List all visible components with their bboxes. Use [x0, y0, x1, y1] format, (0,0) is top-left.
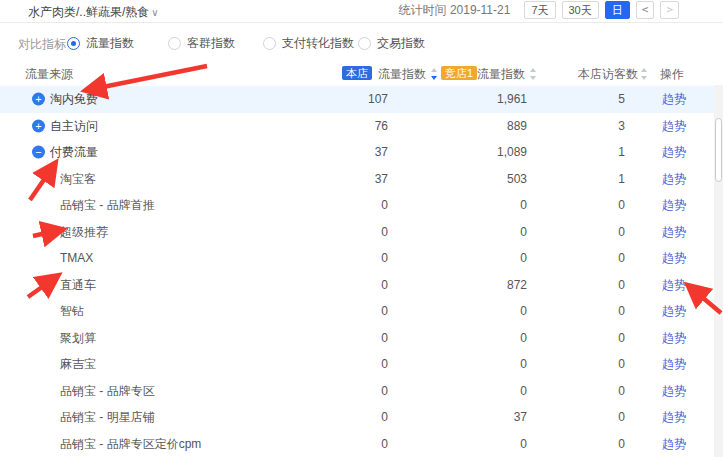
radio-label: 支付转化指数: [282, 35, 354, 52]
shop-index-value: 0: [288, 198, 388, 212]
trend-link[interactable]: 趋势: [662, 171, 686, 185]
radio-trade-index[interactable]: 交易指数: [358, 35, 425, 52]
shop-index-value: 76: [288, 119, 388, 133]
shop-index-value: 0: [288, 331, 388, 345]
table-header: 流量来源 本店 流量指数 竞店1 流量指数 本店访客数 操作: [0, 62, 714, 86]
shop-index-value: 107: [288, 92, 388, 106]
radio-label: 客群指数: [187, 35, 235, 52]
range-7d-button[interactable]: 7天: [524, 1, 555, 19]
date-controls: 统计时间 2019-11-21 7天 30天 日 < >: [399, 1, 679, 19]
rival-index-value: 0: [427, 251, 527, 265]
expander-icon[interactable]: +: [32, 119, 45, 132]
rival-index-value: 0: [427, 331, 527, 345]
col-shop-metric-label: 流量指数: [378, 66, 426, 83]
radio-conversion-index[interactable]: 支付转化指数: [263, 35, 354, 52]
col-rival-metric-label: 流量指数: [477, 66, 525, 83]
shop-badge-label: 本店: [342, 66, 372, 80]
shop-visitors-value: 0: [525, 357, 625, 371]
rival-index-value: 503: [427, 172, 527, 186]
col-action-label: 操作: [660, 66, 684, 83]
traffic-source-label: 品销宝 - 品牌专区定价cpm: [60, 435, 201, 452]
next-day-button[interactable]: >: [660, 1, 679, 19]
compare-metric-label: 对比指标: [18, 36, 66, 53]
shop-index-value: 37: [288, 145, 388, 159]
table-row: 品销宝 - 品牌首推 0 0 0 趋势: [0, 192, 714, 219]
rival-badge: 竞店1: [441, 66, 477, 80]
sort-up-icon: [641, 68, 647, 72]
trend-link[interactable]: 趋势: [662, 145, 686, 159]
traffic-source-label: 品销宝 - 品牌专区: [60, 382, 155, 399]
sort-rival-metric[interactable]: [529, 68, 537, 80]
radio-icon: [263, 37, 276, 50]
shop-index-value: 0: [288, 225, 388, 239]
shop-index-value: 0: [288, 384, 388, 398]
scrollbar-thumb[interactable]: [715, 118, 722, 182]
table-row: 淘宝客 37 503 1 趋势: [0, 166, 714, 193]
prev-day-button[interactable]: <: [636, 1, 655, 19]
rival-index-value: 0: [427, 198, 527, 212]
sort-shop-metric[interactable]: [430, 68, 438, 80]
table-body: + 淘内免费 107 1,961 5 趋势 + 自主访问 76 889 3 趋势…: [0, 86, 714, 457]
table-row: 超级推荐 0 0 0 趋势: [0, 219, 714, 246]
rival-index-value: 0: [427, 437, 527, 451]
trend-link[interactable]: 趋势: [662, 224, 686, 238]
shop-index-value: 0: [288, 437, 388, 451]
expander-icon[interactable]: +: [32, 93, 45, 106]
trend-link[interactable]: 趋势: [662, 118, 686, 132]
shop-visitors-value: 0: [525, 384, 625, 398]
trend-link[interactable]: 趋势: [662, 92, 686, 106]
rival-index-value: 0: [427, 357, 527, 371]
table-row: 品销宝 - 明星店铺 0 37 0 趋势: [0, 404, 714, 431]
sort-visitors[interactable]: [640, 68, 648, 80]
rival-badge-label: 竞店1: [441, 66, 477, 80]
shop-visitors-value: 0: [525, 278, 625, 292]
sort-down-icon: [530, 76, 536, 80]
shop-index-value: 0: [288, 251, 388, 265]
trend-link[interactable]: 趋势: [662, 198, 686, 212]
shop-index-value: 37: [288, 172, 388, 186]
shop-index-value: 0: [288, 357, 388, 371]
traffic-source-label: 直通车: [60, 276, 96, 293]
traffic-source-label: 品销宝 - 品牌首推: [60, 197, 155, 214]
trend-link[interactable]: 趋势: [662, 357, 686, 371]
rival-index-value: 37: [427, 410, 527, 424]
trend-link[interactable]: 趋势: [662, 383, 686, 397]
table-row: + 淘内免费 107 1,961 5 趋势: [0, 86, 714, 113]
category-breadcrumb-label: 水产肉类/..鲜蔬果/熟食: [28, 5, 149, 19]
traffic-source-label: 淘内免费: [50, 91, 98, 108]
range-30d-button[interactable]: 30天: [562, 1, 599, 19]
table-row: 品销宝 - 品牌专区定价cpm 0 0 0 趋势: [0, 431, 714, 457]
radio-icon: [358, 37, 371, 50]
rival-index-value: 1,089: [427, 145, 527, 159]
traffic-source-label: TMAX: [60, 251, 93, 265]
shop-index-value: 0: [288, 278, 388, 292]
sort-down-icon: [431, 76, 437, 80]
trend-link[interactable]: 趋势: [662, 251, 686, 265]
shop-visitors-value: 0: [525, 331, 625, 345]
shop-visitors-value: 0: [525, 251, 625, 265]
col-visitors-label: 本店访客数: [578, 66, 638, 83]
shop-visitors-value: 1: [525, 172, 625, 186]
shop-visitors-value: 0: [525, 198, 625, 212]
category-breadcrumb[interactable]: 水产肉类/..鲜蔬果/熟食∨: [28, 4, 159, 21]
trend-link[interactable]: 趋势: [662, 330, 686, 344]
shop-visitors-value: 0: [525, 304, 625, 318]
trend-link[interactable]: 趋势: [662, 304, 686, 318]
range-day-button[interactable]: 日: [605, 1, 630, 19]
shop-visitors-value: 1: [525, 145, 625, 159]
rival-index-value: 0: [427, 225, 527, 239]
traffic-source-label: 自主访问: [50, 117, 98, 134]
radio-customer-index[interactable]: 客群指数: [168, 35, 235, 52]
expander-icon[interactable]: −: [32, 146, 45, 159]
radio-label: 流量指数: [86, 35, 134, 52]
shop-visitors-value: 0: [525, 225, 625, 239]
top-bar: 水产肉类/..鲜蔬果/熟食∨ 统计时间 2019-11-21 7天 30天 日 …: [0, 0, 723, 22]
shop-visitors-value: 0: [525, 437, 625, 451]
shop-visitors-value: 5: [525, 92, 625, 106]
trend-link[interactable]: 趋势: [662, 410, 686, 424]
trend-link[interactable]: 趋势: [662, 277, 686, 291]
compare-metric-filter: 对比指标 流量指数 客群指数 支付转化指数 交易指数: [0, 33, 723, 53]
radio-traffic-index[interactable]: 流量指数: [67, 35, 134, 52]
trend-link[interactable]: 趋势: [662, 436, 686, 450]
radio-label: 交易指数: [377, 35, 425, 52]
